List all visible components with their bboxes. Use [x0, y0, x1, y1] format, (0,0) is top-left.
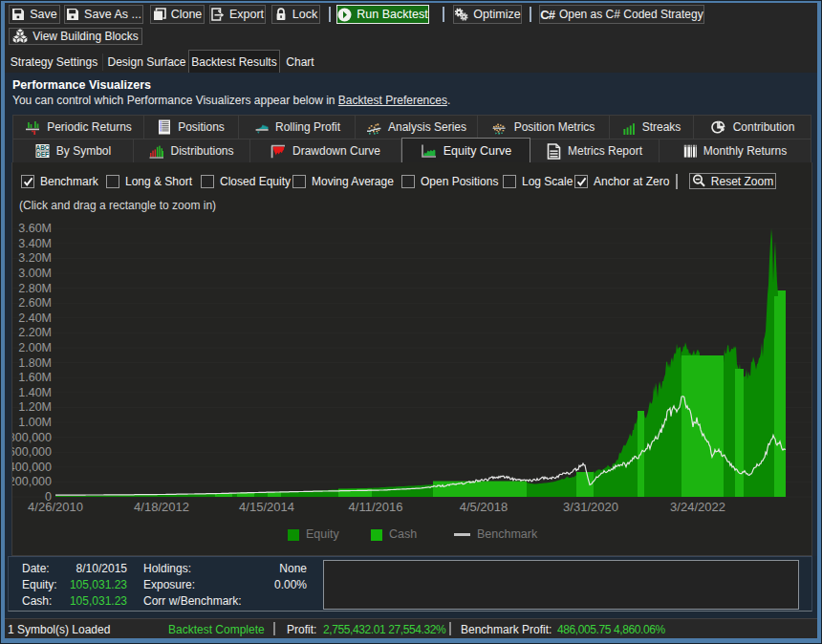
svg-text:DEF: DEF — [36, 151, 49, 158]
svg-text:ABC: ABC — [35, 144, 49, 151]
